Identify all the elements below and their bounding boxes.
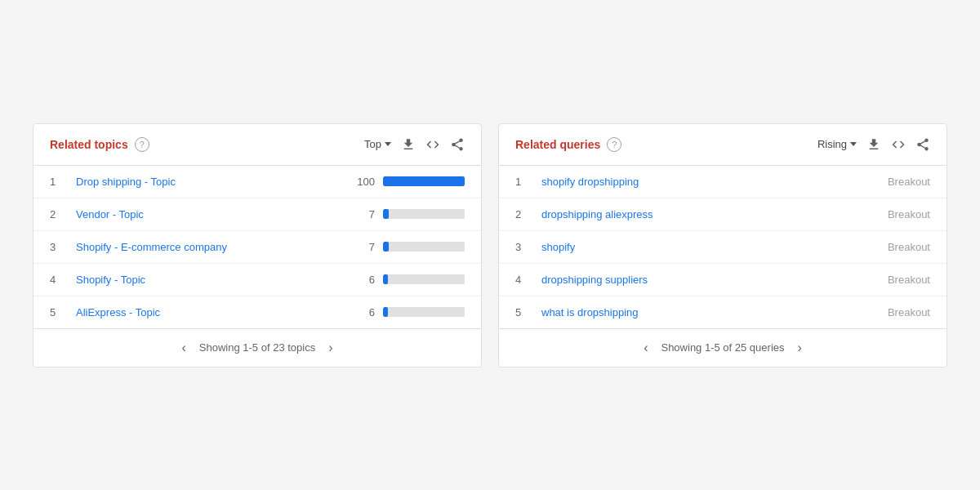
- topic-label[interactable]: Drop shipping - Topic: [76, 176, 357, 188]
- download-icon: [401, 137, 416, 152]
- bar-fill: [383, 307, 388, 317]
- table-row: 5 what is dropshipping Breakout: [499, 296, 947, 328]
- download-icon: [866, 137, 881, 152]
- related-queries-filter-button[interactable]: Rising: [817, 138, 857, 150]
- bar-container: [383, 307, 465, 317]
- related-queries-download-button[interactable]: [866, 137, 881, 152]
- share-icon: [915, 137, 930, 152]
- topic-label[interactable]: Shopify - E-commerce company: [76, 241, 359, 253]
- related-queries-footer-text: Showing 1-5 of 25 queries: [661, 341, 784, 354]
- breakout-status: Breakout: [873, 176, 930, 188]
- table-row: 1 shopify dropshipping Breakout: [499, 166, 947, 198]
- related-queries-share-button[interactable]: [915, 137, 930, 152]
- row-value: 6: [359, 274, 375, 286]
- related-topics-title-area: Related topics ?: [50, 137, 149, 152]
- row-number: 3: [515, 241, 532, 253]
- breakout-status: Breakout: [873, 241, 930, 253]
- related-topics-dropdown-arrow-icon: [385, 142, 391, 146]
- table-row: 2 dropshipping aliexpress Breakout: [499, 198, 947, 231]
- related-queries-dropdown-arrow-icon: [850, 142, 857, 146]
- row-number: 2: [50, 208, 66, 220]
- row-value: 7: [359, 241, 375, 253]
- related-topics-help-icon[interactable]: ?: [135, 137, 149, 152]
- query-label[interactable]: dropshipping aliexpress: [541, 208, 873, 220]
- related-topics-next-button[interactable]: ›: [325, 339, 336, 357]
- table-row: 4 Shopify - Topic 6: [33, 264, 481, 296]
- related-topics-share-button[interactable]: [450, 137, 465, 152]
- related-topics-table: 1 Drop shipping - Topic 100 2 Vendor - T…: [33, 166, 481, 328]
- query-label[interactable]: dropshipping suppliers: [541, 274, 873, 286]
- related-topics-footer: ‹ Showing 1-5 of 23 topics ›: [33, 328, 481, 367]
- row-value: 100: [357, 176, 375, 188]
- related-queries-prev-button[interactable]: ‹: [640, 339, 651, 357]
- row-value: 7: [359, 208, 375, 220]
- related-queries-title-area: Related queries ?: [515, 137, 621, 152]
- related-queries-card: Related queries ? Rising: [498, 123, 947, 368]
- related-topics-filter-label: Top: [364, 138, 381, 150]
- bar-fill: [383, 209, 389, 219]
- related-queries-help-icon[interactable]: ?: [607, 137, 621, 152]
- topic-label[interactable]: Vendor - Topic: [76, 208, 359, 220]
- related-queries-table: 1 shopify dropshipping Breakout 2 dropsh…: [499, 166, 947, 328]
- row-number: 3: [50, 241, 66, 253]
- table-row: 3 shopify Breakout: [499, 231, 947, 264]
- row-number: 4: [515, 274, 532, 286]
- related-topics-card: Related topics ? Top: [33, 123, 482, 368]
- row-number: 5: [515, 306, 532, 318]
- related-topics-prev-button[interactable]: ‹: [178, 339, 189, 357]
- bar-fill: [383, 274, 388, 284]
- embed-icon: [891, 137, 906, 152]
- bar-container: [383, 242, 465, 252]
- topic-label[interactable]: AliExpress - Topic: [76, 306, 359, 318]
- related-queries-header: Related queries ? Rising: [499, 124, 947, 166]
- table-row: 5 AliExpress - Topic 6: [33, 296, 481, 328]
- related-queries-embed-button[interactable]: [891, 137, 906, 152]
- table-row: 4 dropshipping suppliers Breakout: [499, 264, 947, 296]
- related-topics-footer-text: Showing 1-5 of 23 topics: [199, 341, 315, 354]
- related-queries-controls: Rising: [817, 137, 930, 152]
- related-topics-embed-button[interactable]: [425, 137, 440, 152]
- breakout-status: Breakout: [873, 274, 930, 286]
- breakout-status: Breakout: [873, 306, 930, 318]
- row-number: 2: [515, 208, 532, 220]
- related-topics-download-button[interactable]: [401, 137, 416, 152]
- share-icon: [450, 137, 465, 152]
- row-number: 1: [515, 176, 532, 188]
- related-queries-title: Related queries: [515, 138, 600, 151]
- bar-container: [383, 176, 465, 186]
- table-row: 1 Drop shipping - Topic 100: [33, 166, 481, 198]
- row-number: 1: [50, 176, 66, 188]
- main-container: Related topics ? Top: [16, 107, 964, 384]
- related-topics-header: Related topics ? Top: [33, 124, 481, 166]
- query-label[interactable]: shopify dropshipping: [541, 176, 873, 188]
- related-topics-controls: Top: [364, 137, 465, 152]
- row-value: 6: [359, 306, 375, 318]
- related-topics-title: Related topics: [50, 138, 128, 151]
- query-label[interactable]: what is dropshipping: [541, 306, 873, 318]
- bar-container: [383, 274, 465, 284]
- embed-icon: [425, 137, 440, 152]
- table-row: 2 Vendor - Topic 7: [33, 198, 481, 231]
- bar-fill: [383, 242, 389, 252]
- topic-label[interactable]: Shopify - Topic: [76, 274, 359, 286]
- bar-container: [383, 209, 465, 219]
- query-label[interactable]: shopify: [541, 241, 873, 253]
- related-queries-footer: ‹ Showing 1-5 of 25 queries ›: [499, 328, 947, 367]
- row-number: 4: [50, 274, 66, 286]
- related-topics-filter-button[interactable]: Top: [364, 138, 391, 150]
- related-queries-filter-label: Rising: [817, 138, 847, 150]
- table-row: 3 Shopify - E-commerce company 7: [33, 231, 481, 264]
- row-number: 5: [50, 306, 66, 318]
- breakout-status: Breakout: [873, 208, 930, 220]
- bar-fill: [383, 176, 465, 186]
- related-queries-next-button[interactable]: ›: [795, 339, 805, 357]
